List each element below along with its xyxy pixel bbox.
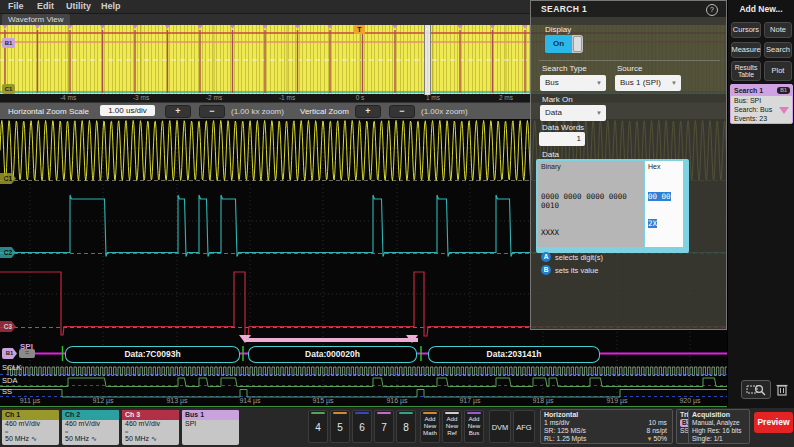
ch6-color-stripe — [355, 412, 369, 414]
hex-value-line2[interactable]: 2X — [648, 219, 657, 228]
zoom-to-mark-button[interactable] — [741, 380, 771, 399]
search-type-value: Bus — [540, 78, 559, 87]
menu-item-edit[interactable]: Edit — [37, 1, 54, 11]
plot-button[interactable]: Plot — [764, 61, 792, 81]
h-zoom-scale-input[interactable]: 1.00 us/div — [100, 105, 155, 116]
delete-search-button[interactable] — [774, 381, 790, 397]
time-axis-label: 911 µs — [20, 397, 41, 404]
bandwidth-icon: ∿ — [151, 435, 157, 442]
binary-editor[interactable]: Binary 0000 0000 0000 0000 0010 XXXX — [538, 161, 644, 247]
overview-time-label: -2 ms — [206, 94, 222, 101]
hex-editor[interactable]: Hex 00 00 2X — [645, 161, 683, 247]
panel-title: SEARCH 1 — [541, 4, 587, 14]
search1-card-header: Search 1 B1 — [731, 85, 792, 96]
channel-badge-ch2[interactable]: Ch 2 460 mV/div ≈ 50 MHz ∿ — [62, 410, 119, 445]
data-editor[interactable]: Binary 0000 0000 0000 0000 0010 XXXX Hex… — [536, 159, 689, 253]
mark-on-label: Mark On — [542, 95, 573, 104]
h-zoom-in-button[interactable]: + — [165, 105, 191, 118]
h-zoom-out-button[interactable]: − — [199, 105, 225, 118]
trigger-position-icon[interactable]: T — [354, 25, 365, 34]
ch2-scale: 460 mV/div — [62, 420, 119, 429]
search1-card-bus: Bus: SPI — [731, 96, 792, 105]
acquisition-settings-button[interactable]: Acquisition Manual, Analyze High Res: 16… — [688, 409, 750, 444]
overview-ch1-marker[interactable]: C1 — [2, 84, 15, 94]
bottom-control-bar: Ch 1 460 mV/div ≈ 50 MHz ∿ Ch 2 460 mV/d… — [0, 408, 794, 447]
divider — [539, 60, 720, 61]
search1-badge-card[interactable]: Search 1 B1 Bus: SPI Search: Bus Events:… — [730, 84, 793, 124]
digital-label-sclk: SCLK — [2, 363, 22, 372]
ch5-color-stripe — [333, 412, 347, 414]
channel-8-button[interactable]: 8 — [396, 410, 416, 443]
measure-button[interactable]: Measure — [731, 42, 761, 58]
results-sidebar: Add New... Cursors Note Measure Search R… — [727, 0, 794, 408]
ch7-color-stripe — [377, 412, 391, 414]
binary-value-line1[interactable]: 0000 0000 0000 0000 0010 — [541, 192, 644, 210]
ch3-name: Ch 3 — [122, 410, 179, 420]
menu-item-utility[interactable]: Utility — [66, 1, 91, 11]
display-label: Display — [545, 25, 571, 34]
search-mark-triangle — [239, 335, 251, 343]
search-type-label: Search Type — [542, 64, 587, 73]
acquisition-title: Acquisition — [689, 410, 749, 419]
channel-badge-ch1[interactable]: Ch 1 460 mV/div ≈ 50 MHz ∿ — [2, 410, 59, 445]
results-table-button[interactable]: Results Table — [731, 61, 761, 81]
search-button[interactable]: Search — [764, 42, 792, 58]
preview-button[interactable]: Preview — [754, 412, 793, 433]
v-zoom-out-button[interactable]: − — [389, 105, 415, 118]
mark-on-dropdown[interactable]: Data ▼ — [540, 105, 606, 121]
tab-waveform-view[interactable]: Waveform View — [2, 14, 70, 25]
dvm-button[interactable]: DVM — [489, 410, 511, 443]
time-axis-label: 916 µs — [386, 397, 407, 404]
ch1-name: Ch 1 — [2, 410, 59, 420]
add-new-title: Add New... — [728, 4, 794, 14]
binary-value-line2[interactable]: XXXX — [541, 228, 644, 237]
bus-data-packet: Data:000020h — [248, 346, 417, 363]
add-new-ref-button[interactable]: Add New Ref — [442, 410, 462, 443]
add-new-math-button[interactable]: Add New Math — [420, 410, 440, 443]
digital-label-sda: SDA — [2, 376, 17, 385]
channel-badge-bus1[interactable]: Bus 1 SPI — [182, 410, 239, 445]
ch3-bandwidth: 50 MHz ∿ — [122, 435, 179, 444]
plot-bottom-divider — [0, 406, 727, 407]
afg-button[interactable]: AFG — [513, 410, 535, 443]
help-icon[interactable]: ? — [706, 4, 718, 16]
source-dropdown[interactable]: Bus 1 (SPI) ▼ — [615, 75, 681, 91]
display-toggle[interactable]: On — [545, 35, 583, 53]
magnifier-icon — [742, 381, 770, 398]
add-new-bus-button[interactable]: Add New Bus — [464, 410, 484, 443]
time-axis-label: 913 µs — [166, 397, 187, 404]
data-words-input[interactable]: 1 — [539, 132, 585, 146]
toggle-knob — [573, 36, 582, 52]
search-type-dropdown[interactable]: Bus ▼ — [540, 75, 606, 91]
bandwidth-icon: ∿ — [31, 435, 37, 442]
channel-6-button[interactable]: 6 — [352, 410, 372, 443]
channel-4-button[interactable]: 4 — [308, 410, 328, 443]
menu-item-file[interactable]: File — [8, 1, 24, 11]
channel-5-button[interactable]: 5 — [330, 410, 350, 443]
bus-drag-handle[interactable]: = — [19, 349, 35, 358]
horizontal-settings-button[interactable]: Horizontal 1 ms/div10 ms SR: 125 MS/s8 n… — [540, 409, 673, 444]
math-color-stripe — [423, 412, 437, 414]
bus-data-packet: Data:203141h — [428, 346, 600, 363]
cursors-button[interactable]: Cursors — [731, 22, 761, 38]
channel-badge-ch3[interactable]: Ch 3 460 mV/div ≈ 50 MHz ∿ — [122, 410, 179, 445]
overview-bus-marker[interactable]: B1 — [2, 38, 15, 48]
trace-ss — [0, 390, 727, 398]
bus-data-packet: Data:7C0093h — [65, 346, 240, 363]
knob-a-hint: selects digit(s) — [555, 253, 603, 262]
time-axis-label: 920 µs — [679, 397, 700, 404]
overview-zoom-window[interactable] — [424, 23, 431, 95]
menu-item-help[interactable]: Help — [101, 1, 121, 11]
v-zoom-in-button[interactable]: + — [355, 105, 381, 118]
time-axis-label: 912 µs — [92, 397, 113, 404]
ch3-scale: 460 mV/div — [122, 420, 179, 429]
channel-7-button[interactable]: 7 — [374, 410, 394, 443]
ref-color-stripe — [445, 412, 459, 414]
panel-title-bar[interactable]: SEARCH 1 ? — [531, 1, 726, 17]
search1-card-title: Search 1 — [734, 87, 763, 94]
search1-card-events: Events: 23 — [731, 114, 792, 123]
note-button[interactable]: Note — [764, 22, 792, 38]
data-words-label: Data Words — [542, 123, 584, 132]
hex-value-line1[interactable]: 00 00 — [648, 192, 671, 201]
overview-time-label: 1 ms — [426, 94, 440, 101]
